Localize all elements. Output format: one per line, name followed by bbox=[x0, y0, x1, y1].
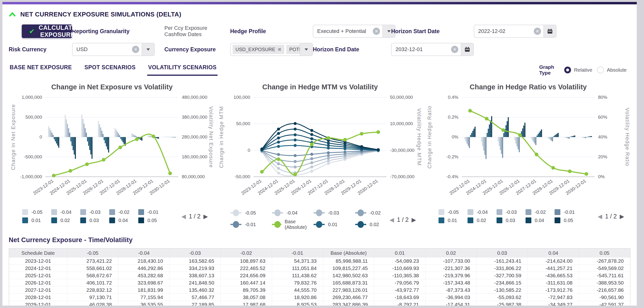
tab-spot-scenarios[interactable]: SPOT SCENARIOS bbox=[84, 64, 136, 76]
legend-item[interactable]: 0.01 bbox=[314, 219, 355, 230]
legend-item[interactable]: -0.04 bbox=[468, 209, 496, 215]
horizon-end-clear-icon[interactable]: ✕ bbox=[451, 46, 458, 53]
legend-prev-button[interactable]: ◀ bbox=[181, 213, 186, 220]
legend-item[interactable]: 0.05 bbox=[138, 217, 167, 223]
horizon-start-date-input[interactable]: 2022-12-02 ✕ bbox=[474, 25, 556, 38]
legend-item[interactable]: Base (Absolute) bbox=[272, 219, 314, 230]
hedge-profile-clear-icon[interactable]: ✕ bbox=[373, 28, 380, 35]
legend-item[interactable]: 0.02 bbox=[51, 217, 80, 223]
chip-potential[interactable]: POTENTIAL_U bbox=[286, 45, 300, 54]
table-header-cell[interactable]: -0.01 bbox=[272, 249, 323, 257]
legend-item[interactable]: 0.01 bbox=[22, 217, 51, 223]
tab-base-net-exposure[interactable]: BASE NET EXPOSURE bbox=[9, 64, 73, 76]
legend-item[interactable]: -0.05 bbox=[438, 209, 468, 215]
legend-item[interactable]: -0.02 bbox=[109, 209, 138, 215]
legend-dot-icon bbox=[355, 221, 366, 228]
table-cell: 44,555.70 bbox=[272, 286, 323, 294]
risk-currency-clear-icon[interactable]: ✕ bbox=[132, 46, 139, 53]
currency-exposure-dropdown-button[interactable] bbox=[300, 43, 312, 55]
legend-item[interactable]: 0.01 bbox=[438, 217, 468, 223]
collapse-chevron-up-icon[interactable] bbox=[9, 12, 16, 18]
currency-exposure-multiselect[interactable]: USD_EXPOSURE ✖ POTENTIAL_U bbox=[230, 43, 313, 56]
hedge-mtm-chart-canvas: 100,00050,0000-50,00050,000,00010,000,00… bbox=[217, 92, 423, 207]
table-header-cell[interactable]: -0.05 bbox=[67, 249, 118, 257]
table-row[interactable]: 2027-12-01228,832.12181,831.99135,460.32… bbox=[9, 286, 630, 294]
table-cell: -72,947.83 bbox=[528, 294, 579, 301]
legend-item[interactable]: -0.05 bbox=[230, 209, 272, 216]
legend-next-button[interactable]: ▶ bbox=[204, 213, 208, 220]
legend-item[interactable]: -0.01 bbox=[230, 219, 272, 230]
table-row[interactable]: 2024-12-01558,661.02446,292.86334,219.93… bbox=[9, 265, 630, 272]
horizon-end-date-input[interactable]: 2032-12-01 ✕ bbox=[391, 43, 474, 56]
table-header-cell[interactable]: Base (Absolute) bbox=[323, 249, 374, 257]
legend-item[interactable]: -0.04 bbox=[272, 209, 314, 216]
reporting-granularity-label: Reporting Granularity bbox=[72, 28, 164, 35]
legend-item[interactable]: -0.02 bbox=[526, 209, 554, 215]
legend-swatch-icon bbox=[138, 217, 144, 223]
table-cell: 97,130.71 bbox=[67, 294, 118, 301]
legend-item[interactable]: 0.03 bbox=[80, 217, 109, 223]
table-header-cell[interactable]: -0.03 bbox=[170, 249, 221, 257]
legend-item[interactable]: -0.03 bbox=[496, 209, 526, 215]
calculate-exposure-button[interactable]: ✔ CALCULATE EXPOSURE bbox=[22, 25, 72, 38]
legend-item[interactable]: -0.01 bbox=[554, 209, 584, 215]
calculate-exposure-label: CALCULATE EXPOSURE bbox=[39, 24, 76, 38]
legend-next-button[interactable]: ▶ bbox=[412, 216, 416, 223]
table-header-cell[interactable]: 0.02 bbox=[426, 249, 477, 257]
table-row[interactable]: 2023-12-01273,421.22218,430.10163,582.65… bbox=[9, 257, 630, 265]
legend-item[interactable]: -0.03 bbox=[80, 209, 109, 215]
legend-label: -0.03 bbox=[506, 209, 517, 215]
legend-item[interactable]: -0.01 bbox=[138, 209, 167, 215]
graph-type-absolute-radio[interactable]: Absolute bbox=[597, 67, 626, 73]
graph-type-relative-radio[interactable]: Relative bbox=[564, 67, 592, 73]
tab-volatility-scenarios[interactable]: VOLATILITY SCENARIOS bbox=[147, 64, 218, 76]
legend-item[interactable]: 0.02 bbox=[468, 217, 496, 223]
risk-currency-dropdown-button[interactable] bbox=[142, 43, 154, 55]
legend-item[interactable]: -0.04 bbox=[51, 209, 80, 215]
table-header-cell[interactable]: 0.03 bbox=[476, 249, 528, 257]
risk-currency-select[interactable]: USD ✕ bbox=[72, 43, 155, 56]
legend-prev-button[interactable]: ◀ bbox=[390, 216, 394, 223]
chart-svg: 0.4%0.2%0%-0.2%-0.4%80%60%40%20%0%Change… bbox=[425, 92, 632, 206]
hedge-profile-label: Hedge Profile bbox=[230, 28, 313, 35]
table-header-cell[interactable]: 0.05 bbox=[579, 249, 630, 257]
hedge-profile-value: Executed + Potential bbox=[313, 25, 373, 37]
table-cell: -90,561.90 bbox=[579, 294, 630, 301]
horizon-start-date-label: Horizon Start Date bbox=[391, 28, 474, 35]
table-row[interactable]: 2026-12-01406,101.72323,698.67241,848.50… bbox=[9, 279, 630, 286]
table-header-cell[interactable]: -0.02 bbox=[221, 249, 272, 257]
horizon-start-clear-icon[interactable]: ✕ bbox=[534, 28, 541, 35]
legend-item[interactable]: -0.05 bbox=[22, 209, 51, 215]
table-cell: -327,700.59 bbox=[476, 272, 528, 279]
table-row[interactable]: 2029-12-0146,028.3836,535.5527,189.8517,… bbox=[9, 301, 630, 305]
legend-prev-button[interactable]: ◀ bbox=[598, 213, 602, 220]
chip-remove-icon[interactable]: ✖ bbox=[278, 47, 282, 52]
legend-item[interactable]: 0.04 bbox=[526, 217, 554, 223]
legend-item[interactable]: -0.03 bbox=[314, 209, 355, 216]
legend-item[interactable]: 0.05 bbox=[554, 217, 584, 223]
table-cell: -549,569.02 bbox=[579, 265, 630, 272]
table-row[interactable]: 2025-12-01568,672.67453,282.68338,607.13… bbox=[9, 272, 630, 279]
legend-item[interactable]: 0.03 bbox=[496, 217, 526, 223]
app-window: NET CURRENCY EXPOSURE SIMULATIONS (DELTA… bbox=[2, 2, 637, 305]
table-cell: -42,591.37 bbox=[579, 301, 630, 305]
hedge-profile-select[interactable]: Executed + Potential ✕ bbox=[313, 25, 396, 38]
horizon-end-calendar-button[interactable] bbox=[461, 43, 473, 55]
table-header-cell[interactable]: 0.01 bbox=[374, 249, 426, 257]
legend-next-button[interactable]: ▶ bbox=[620, 213, 624, 220]
legend-item[interactable]: 0.04 bbox=[109, 217, 138, 223]
table-header-cell[interactable]: -0.04 bbox=[118, 249, 170, 257]
window-edge-right[interactable] bbox=[637, 0, 644, 308]
table-header-cell[interactable]: 0.04 bbox=[528, 249, 579, 257]
legend-swatch-icon bbox=[22, 209, 28, 215]
table-header-cell[interactable]: Schedule Date bbox=[9, 249, 67, 257]
table-cell: 218,430.10 bbox=[118, 257, 170, 265]
table-row[interactable]: 2028-12-0197,130.7177,155.9457,466.7738,… bbox=[9, 294, 630, 301]
legend-label: 0.03 bbox=[90, 218, 99, 223]
horizon-start-calendar-button[interactable] bbox=[544, 25, 556, 37]
legend-item[interactable]: -0.02 bbox=[355, 209, 397, 216]
chip-usd-exposure[interactable]: USD_EXPOSURE ✖ bbox=[232, 45, 284, 54]
table-cell: -55,093.62 bbox=[476, 294, 528, 301]
table-cell: 163,582.65 bbox=[170, 257, 221, 265]
table-header-row: Schedule Date-0.05-0.04-0.03-0.02-0.01Ba… bbox=[9, 249, 630, 257]
